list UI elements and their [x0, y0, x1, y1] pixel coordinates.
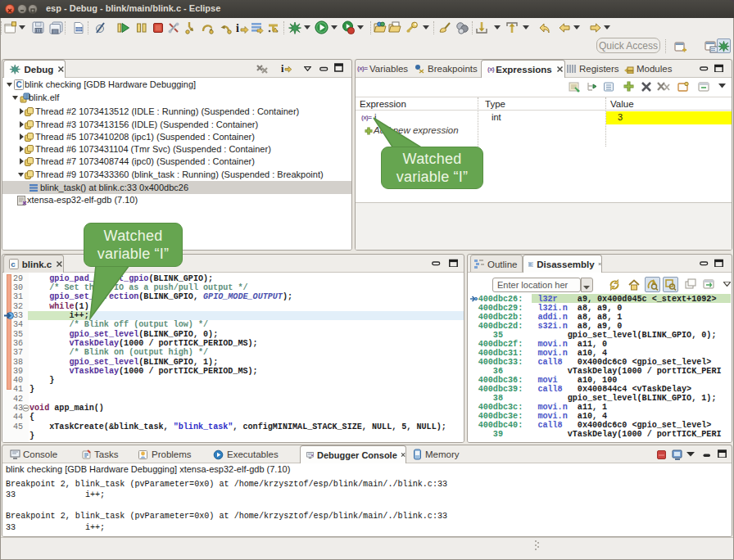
- svg-text:i: i: [236, 22, 239, 34]
- svg-text:c: c: [11, 260, 16, 269]
- svg-text:C: C: [16, 80, 21, 89]
- svg-text:i: i: [281, 63, 284, 75]
